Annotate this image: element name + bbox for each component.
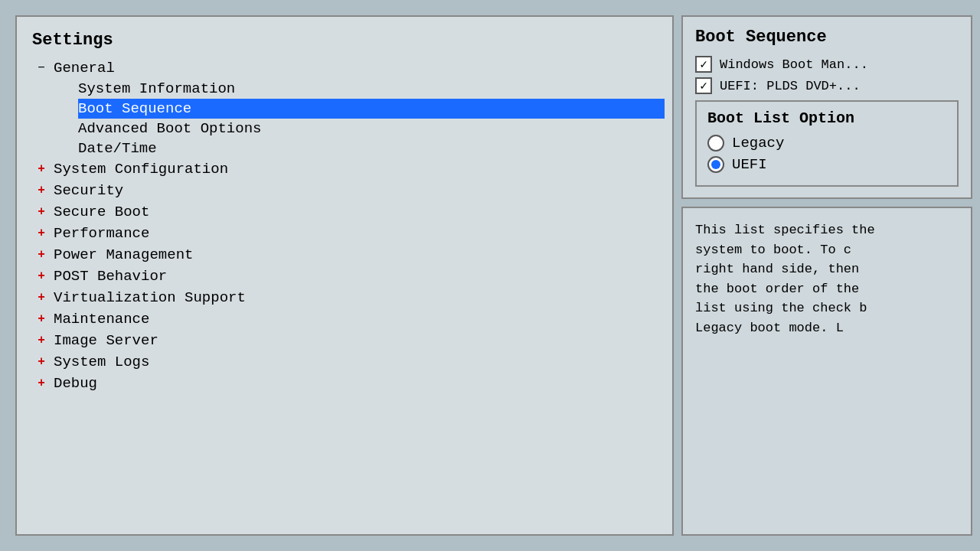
sidebar-item-advanced-boot-options[interactable]: Advanced Boot Options xyxy=(78,119,665,139)
sidebar-item-performance[interactable]: + Performance xyxy=(32,223,665,244)
sidebar-item-system-information[interactable]: System Information xyxy=(78,79,665,99)
debug-label: Debug xyxy=(54,375,97,392)
plus-icon-maintenance: + xyxy=(32,310,51,328)
checkbox-uefi-plds[interactable]: ✓ xyxy=(695,77,712,94)
performance-label: Performance xyxy=(54,225,149,242)
image-server-section: + Image Server xyxy=(24,330,665,351)
legacy-label: Legacy xyxy=(732,135,784,152)
sidebar-item-power-management[interactable]: + Power Management xyxy=(32,244,665,266)
general-section: − General System Information Boot Sequen… xyxy=(24,57,665,158)
post-behavior-label: POST Behavior xyxy=(54,268,167,285)
boot-item-windows: ✓ Windows Boot Man... xyxy=(695,56,959,73)
system-logs-label: System Logs xyxy=(54,354,149,370)
date-time-label: Date/Time xyxy=(78,140,157,157)
settings-tree: − General System Information Boot Sequen… xyxy=(17,57,672,527)
plus-icon-secure-boot: + xyxy=(32,203,51,221)
description-text: This list specifies the system to boot. … xyxy=(695,220,959,337)
right-panel: Boot Sequence ✓ Windows Boot Man... ✓ UE… xyxy=(681,15,972,536)
secure-boot-label: Secure Boot xyxy=(54,204,149,220)
sidebar-item-security[interactable]: + Security xyxy=(32,180,665,201)
system-logs-section: + System Logs xyxy=(24,351,665,373)
maintenance-label: Maintenance xyxy=(54,311,149,328)
plus-icon-virtualization-support: + xyxy=(32,289,51,307)
power-management-section: + Power Management xyxy=(24,244,665,266)
settings-title: Settings xyxy=(17,24,672,57)
system-information-label: System Information xyxy=(78,80,235,97)
uefi-label: UEFI xyxy=(732,156,767,173)
description-panel: This list specifies the system to boot. … xyxy=(681,207,972,536)
radio-legacy[interactable] xyxy=(707,135,724,152)
plus-icon-debug: + xyxy=(32,374,51,393)
virtualization-support-section: + Virtualization Support xyxy=(24,287,665,308)
security-label: Security xyxy=(54,182,123,199)
sidebar-item-post-behavior[interactable]: + POST Behavior xyxy=(32,266,665,287)
system-configuration-section: + System Configuration xyxy=(24,158,665,180)
plus-icon-post-behavior: + xyxy=(32,267,51,285)
minus-icon: − xyxy=(32,59,51,77)
left-panel: Settings − General System Information Bo… xyxy=(15,15,674,536)
sidebar-item-date-time[interactable]: Date/Time xyxy=(78,139,665,158)
image-server-label: Image Server xyxy=(54,332,158,349)
sidebar-item-system-logs[interactable]: + System Logs xyxy=(32,351,665,373)
windows-boot-label: Windows Boot Man... xyxy=(720,57,868,72)
boot-list-option-panel: Boot List Option Legacy UEFI xyxy=(695,100,959,187)
system-configuration-label: System Configuration xyxy=(54,161,228,178)
boot-sequence-panel: Boot Sequence ✓ Windows Boot Man... ✓ UE… xyxy=(681,15,972,199)
plus-icon-system-configuration: + xyxy=(32,160,51,178)
checkbox-windows-boot[interactable]: ✓ xyxy=(695,56,712,73)
advanced-boot-options-label: Advanced Boot Options xyxy=(78,120,261,137)
radio-uefi[interactable] xyxy=(707,156,724,173)
sidebar-item-boot-sequence[interactable]: Boot Sequence xyxy=(78,99,665,119)
plus-icon-power-management: + xyxy=(32,246,51,264)
plus-icon-performance: + xyxy=(32,224,51,243)
plus-icon-security: + xyxy=(32,181,51,200)
sidebar-item-image-server[interactable]: + Image Server xyxy=(32,330,665,351)
performance-section: + Performance xyxy=(24,223,665,244)
general-label: General xyxy=(54,60,115,77)
virtualization-support-label: Virtualization Support xyxy=(54,289,246,306)
sidebar-item-general[interactable]: − General xyxy=(32,57,665,79)
boot-sequence-label: Boot Sequence xyxy=(78,100,191,117)
debug-section: + Debug xyxy=(24,373,665,394)
radio-item-uefi: UEFI xyxy=(707,156,946,173)
uefi-plds-label: UEFI: PLDS DVD+... xyxy=(720,79,861,93)
sidebar-item-virtualization-support[interactable]: + Virtualization Support xyxy=(32,287,665,308)
radio-item-legacy: Legacy xyxy=(707,135,946,152)
general-children: System Information Boot Sequence Advance… xyxy=(32,79,665,158)
post-behavior-section: + POST Behavior xyxy=(24,266,665,287)
plus-icon-image-server: + xyxy=(32,331,51,350)
power-management-label: Power Management xyxy=(54,246,193,263)
maintenance-section: + Maintenance xyxy=(24,308,665,330)
secure-boot-section: + Secure Boot xyxy=(24,201,665,223)
plus-icon-system-logs: + xyxy=(32,353,51,371)
sidebar-item-debug[interactable]: + Debug xyxy=(32,373,665,394)
boot-list-option-title: Boot List Option xyxy=(707,109,946,127)
sidebar-item-secure-boot[interactable]: + Secure Boot xyxy=(32,201,665,223)
security-section: + Security xyxy=(24,180,665,201)
boot-sequence-title: Boot Sequence xyxy=(695,28,959,47)
sidebar-item-system-configuration[interactable]: + System Configuration xyxy=(32,158,665,180)
sidebar-item-maintenance[interactable]: + Maintenance xyxy=(32,308,665,330)
boot-item-uefi-plds: ✓ UEFI: PLDS DVD+... xyxy=(695,77,959,94)
